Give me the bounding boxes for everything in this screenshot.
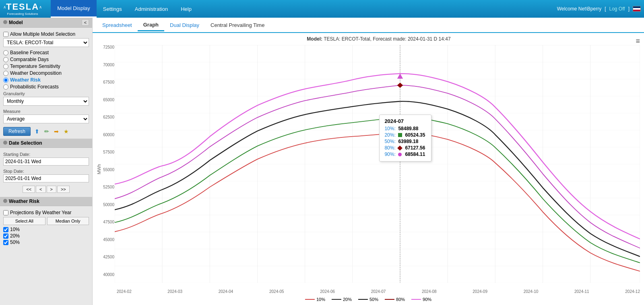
model-select[interactable]: TESLA: ERCOT-Total (3, 38, 89, 47)
toolbar-row: Refresh ⬆ ✏ ➡ ★ (3, 127, 89, 136)
date-first-btn[interactable]: << (23, 186, 35, 193)
tooltip-date: 2024-07 (384, 118, 426, 124)
tab-dual-display[interactable]: Dual Display (164, 20, 205, 31)
export-icon[interactable]: ➡ (52, 127, 61, 136)
tooltip-dot-90 (398, 153, 402, 156)
chart-svg (115, 45, 640, 283)
tab-spreadsheet[interactable]: Spreadsheet (97, 20, 138, 31)
edit-icon[interactable]: ✏ (42, 127, 52, 136)
select-all-btn[interactable]: Select All (3, 217, 45, 225)
favorite-icon[interactable]: ★ (61, 127, 71, 136)
model-circle-icon (3, 20, 7, 24)
tooltip-pct-20: 20%: (384, 132, 396, 138)
y-label-52500: 52500 (103, 185, 114, 189)
median-only-btn[interactable]: Median Only (47, 217, 89, 225)
legend-line-20 (332, 299, 341, 300)
forecast-weather-risk-label: Weather Risk (10, 77, 41, 83)
nav-item-help[interactable]: Help (174, 0, 198, 18)
date-next-btn[interactable]: > (47, 186, 56, 193)
date-section-header: Date Selection (0, 139, 92, 148)
x-label-dec: 2024-12 (625, 289, 640, 294)
model-section-label: Model (9, 20, 23, 25)
forecast-temperature-row[interactable]: Temperature Sensitivity (3, 63, 89, 69)
starting-date-input[interactable] (3, 158, 89, 166)
projections-label: Projections By Weather Year (10, 210, 72, 215)
pct-10-row: 10% (3, 227, 89, 232)
granularity-label: Granularity (3, 91, 89, 96)
forecast-baseline-radio[interactable] (3, 50, 8, 55)
date-circle-icon (3, 141, 7, 145)
tooltip-val-80: 67127.56 (405, 145, 425, 151)
legend-label-10: 10% (316, 297, 325, 302)
tooltip-pct-80: 80%: (384, 145, 396, 151)
legend-50: 50% (358, 297, 378, 302)
logo-text: TESLA (6, 2, 39, 12)
forecast-probabilistic-label: Probabilistic Forecasts (10, 84, 59, 90)
date-last-btn[interactable]: >> (57, 186, 70, 193)
weather-risk-section-label: Weather Risk (9, 199, 39, 204)
forecast-weather-decomp-row[interactable]: Weather Decomposition (3, 70, 89, 76)
tabs-bar: Spreadsheet Graph Dual Display Central P… (93, 18, 644, 33)
starting-date-label: Starting Date: (3, 152, 89, 157)
pct-20-checkbox[interactable] (3, 233, 8, 239)
legend-label-90: 90% (423, 297, 431, 302)
forecast-comparable-row[interactable]: Comparable Days (3, 57, 89, 62)
weather-risk-buttons: Select All Median Only (3, 217, 89, 225)
stop-date-input[interactable] (3, 174, 89, 182)
nav-separator2: ] (628, 6, 630, 12)
date-nav-buttons: << < > >> (3, 186, 89, 193)
sidebar: Model < Allow Multiple Model Selection T… (0, 18, 93, 305)
date-section-label: Date Selection (9, 140, 42, 146)
forecast-baseline-label: Baseline Forecast (10, 50, 49, 55)
tooltip-row-90: 90%: 68584.11 (384, 151, 426, 157)
measure-select[interactable]: Average (3, 115, 89, 123)
tooltip-dot-80 (398, 145, 403, 151)
y-label-57500: 57500 (103, 150, 114, 154)
forecast-probabilistic-row[interactable]: Probabilistic Forecasts (3, 84, 89, 90)
legend-label-80: 80% (396, 297, 405, 302)
forecast-comparable-radio[interactable] (3, 57, 8, 62)
tooltip-val-20: 60524.35 (405, 132, 425, 138)
nav-separator: [ (605, 6, 606, 12)
nav-menu: Model Display Settings Administration He… (51, 0, 198, 18)
granularity-select[interactable]: Monthly (3, 97, 89, 106)
model-collapse-btn[interactable]: < (82, 19, 89, 26)
forecast-temperature-radio[interactable] (3, 64, 8, 69)
nav-item-model-display[interactable]: Model Display (51, 0, 97, 18)
date-prev-btn[interactable]: < (36, 186, 45, 193)
pct-50-checkbox[interactable] (3, 240, 8, 245)
weather-risk-section-content: Projections By Weather Year Select All M… (0, 206, 92, 248)
tooltip-row-20: 20%: 60524.35 (384, 132, 426, 138)
tab-graph[interactable]: Graph (138, 19, 164, 31)
x-label-oct: 2024-10 (524, 289, 539, 294)
tab-central-time: Central Prevailing Time (205, 20, 270, 31)
y-label-60000: 60000 (103, 133, 114, 137)
tooltip-row-50: 50%: 63989.18 (384, 139, 426, 144)
nav-item-administration[interactable]: Administration (128, 0, 174, 18)
legend-line-10 (305, 299, 315, 300)
forecast-weather-decomp-radio[interactable] (3, 71, 8, 76)
forecast-weather-risk-radio[interactable] (3, 78, 8, 83)
forecast-weather-risk-row[interactable]: Weather Risk (3, 77, 89, 83)
projections-row: Projections By Weather Year (3, 210, 89, 215)
allow-multiple-checkbox[interactable] (3, 32, 8, 37)
refresh-button[interactable]: Refresh (3, 127, 31, 136)
allow-multiple-label: Allow Multiple Model Selection (10, 31, 75, 37)
forecast-baseline-row[interactable]: Baseline Forecast (3, 50, 89, 55)
pct-10-checkbox[interactable] (3, 227, 8, 232)
projections-checkbox[interactable] (3, 210, 8, 215)
date-section-content: Starting Date: Stop Date: << < > >> (0, 148, 92, 197)
nav-item-settings[interactable]: Settings (97, 0, 128, 18)
logoff-link[interactable]: Log Off (609, 6, 625, 12)
x-label-sep: 2024-09 (473, 289, 487, 294)
chart-menu-icon[interactable]: ≡ (636, 37, 640, 45)
upload-icon[interactable]: ⬆ (32, 127, 42, 136)
x-label-apr: 2024-04 (219, 289, 233, 294)
tooltip-pct-10: 10%: (384, 126, 396, 131)
forecast-probabilistic-radio[interactable] (3, 84, 8, 90)
stop-date-label: Stop Date: (3, 169, 89, 174)
welcome-text: Welcome Net\Bperry (557, 6, 601, 12)
allow-multiple-row: Allow Multiple Model Selection (3, 31, 89, 37)
wr-circle-icon (3, 199, 7, 203)
x-label-may: 2024-05 (269, 289, 284, 294)
